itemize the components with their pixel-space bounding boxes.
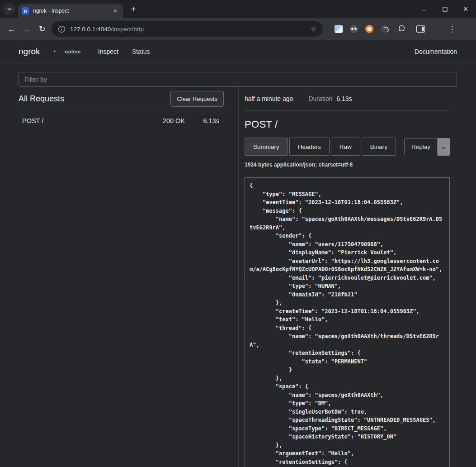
tab-binary[interactable]: Binary bbox=[362, 138, 396, 156]
replay-menu-button[interactable]: ≡ bbox=[438, 138, 450, 156]
browser-toolbar: ← → ↻ 127.0.0.1:4040/inspect/http ☆ ⋮ bbox=[0, 18, 476, 40]
extension-icon-4[interactable] bbox=[381, 25, 389, 33]
profile-avatar[interactable] bbox=[431, 23, 443, 35]
side-panel-icon[interactable] bbox=[416, 24, 425, 33]
hamburger-icon: ≡ bbox=[442, 143, 446, 151]
tab-close-icon[interactable]: × bbox=[111, 7, 119, 15]
detail-title: POST / bbox=[245, 119, 450, 130]
request-method-path: POST / bbox=[22, 117, 43, 124]
window-maximize-button[interactable] bbox=[434, 0, 455, 18]
url-path: /inspect/http bbox=[111, 26, 144, 33]
status-separator: • bbox=[54, 48, 56, 55]
nav-inspect[interactable]: Inspect bbox=[98, 48, 118, 55]
window-controls: – × bbox=[414, 0, 476, 18]
inspect-page: All Requests Clear Requests POST / 200 O… bbox=[0, 63, 476, 467]
extension-icon-3[interactable] bbox=[365, 25, 373, 33]
address-bar[interactable]: 127.0.0.1:4040/inspect/http ☆ bbox=[52, 21, 323, 37]
reload-button[interactable]: ↻ bbox=[34, 21, 50, 37]
forward-button[interactable]: → bbox=[19, 21, 34, 37]
duration-value: 6.13s bbox=[336, 95, 352, 102]
window-minimize-button[interactable]: – bbox=[414, 0, 434, 18]
chevron-down-icon bbox=[6, 5, 13, 13]
request-body-json: { "type": "MESSAGE", "eventTime": "2023-… bbox=[250, 181, 445, 466]
back-button[interactable]: ← bbox=[4, 21, 19, 37]
browser-titlebar: n ngrok - Inspect × + – × bbox=[0, 0, 476, 18]
tab-raw[interactable]: Raw bbox=[331, 138, 360, 156]
tab-search-button[interactable] bbox=[3, 3, 15, 15]
bookmark-star-icon[interactable]: ☆ bbox=[311, 25, 316, 33]
window-close-button[interactable]: × bbox=[455, 0, 476, 18]
extensions-puzzle-icon[interactable] bbox=[396, 24, 405, 34]
site-info-icon[interactable] bbox=[58, 25, 66, 33]
toolbar-divider bbox=[411, 25, 411, 33]
ngrok-favicon-icon: n bbox=[22, 7, 29, 14]
duration-label: Duration bbox=[308, 95, 332, 102]
extension-icon-2[interactable] bbox=[350, 25, 358, 33]
replay-button[interactable]: Replay bbox=[404, 138, 438, 155]
request-status: 200 OK bbox=[163, 117, 185, 124]
clear-requests-button[interactable]: Clear Requests bbox=[170, 91, 224, 107]
ngrok-header: ngrok • online Inspect Status Documentat… bbox=[0, 40, 476, 63]
tab-title: ngrok - Inspect bbox=[33, 8, 111, 14]
url-host: 127.0.0.1:4040 bbox=[70, 26, 111, 33]
request-duration: 6.13s bbox=[185, 117, 219, 124]
status-badge: online bbox=[65, 49, 81, 54]
detail-tabs: Summary Headers Raw Binary Replay ≡ bbox=[245, 138, 450, 156]
ngrok-logo[interactable]: ngrok bbox=[19, 47, 40, 57]
tab-headers[interactable]: Headers bbox=[289, 138, 330, 156]
requests-panel-title: All Requests bbox=[19, 94, 64, 104]
nav-status[interactable]: Status bbox=[132, 48, 150, 55]
filter-input[interactable] bbox=[19, 72, 457, 87]
request-time-ago: half a minute ago bbox=[245, 95, 293, 102]
nav-documentation[interactable]: Documentation bbox=[415, 48, 457, 55]
content-meta: 1924 bytes application/json; charset=utf… bbox=[245, 162, 450, 168]
extension-icons bbox=[335, 24, 405, 34]
browser-tab[interactable]: n ngrok - Inspect × bbox=[18, 4, 123, 18]
requests-panel: All Requests Clear Requests POST / 200 O… bbox=[19, 87, 231, 467]
browser-menu-icon[interactable]: ⋮ bbox=[445, 24, 459, 34]
url-text: 127.0.0.1:4040/inspect/http bbox=[70, 26, 144, 33]
maximize-icon bbox=[443, 7, 448, 12]
detail-panel: half a minute ago Duration 6.13s POST / … bbox=[238, 87, 450, 467]
request-list-item[interactable]: POST / 200 OK 6.13s bbox=[19, 111, 231, 130]
replay-split-button: Replay ≡ bbox=[404, 138, 450, 156]
new-tab-button[interactable]: + bbox=[128, 4, 139, 15]
extension-icon-1[interactable] bbox=[335, 25, 343, 33]
request-body-box[interactable]: { "type": "MESSAGE", "eventTime": "2023-… bbox=[245, 177, 450, 467]
tab-summary[interactable]: Summary bbox=[245, 138, 288, 156]
